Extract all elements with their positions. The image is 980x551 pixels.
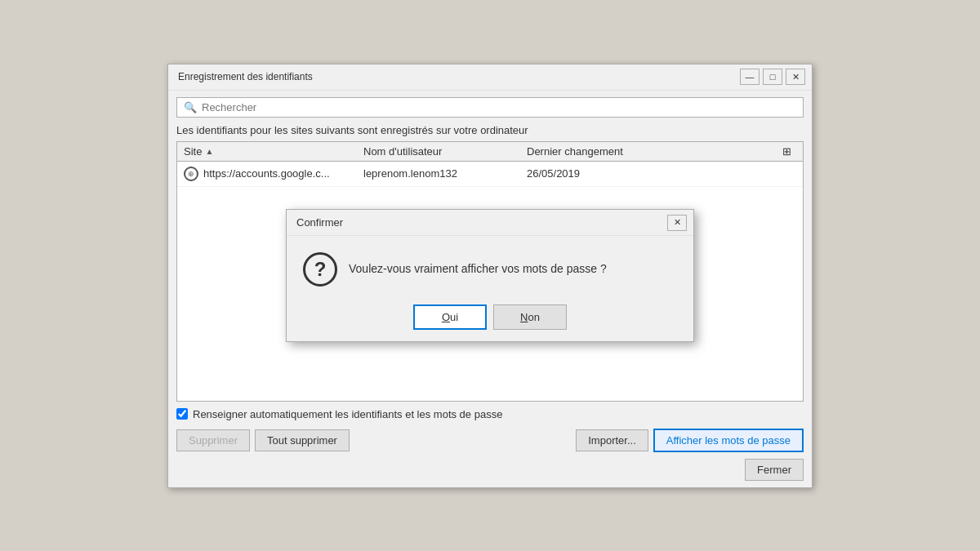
modal-close-button[interactable]: ✕: [667, 215, 687, 231]
col-export-icon: ⊞: [777, 145, 796, 158]
close-row: Fermer: [176, 459, 804, 481]
oui-button[interactable]: OOuiui: [413, 304, 487, 330]
modal-title-bar: Confirmer ✕: [287, 210, 693, 236]
autofill-label: Renseigner automatiquement les identifia…: [193, 408, 502, 420]
col-username-header: Nom d'utilisateur: [363, 145, 527, 158]
tout-supprimer-button[interactable]: Tout supprimer: [255, 429, 350, 451]
sort-arrow-icon: ▲: [205, 147, 213, 156]
cell-date: 26/05/2019: [527, 167, 796, 180]
modal-message: Voulez-vous vraiment afficher vos mots d…: [349, 261, 607, 278]
confirm-dialog: Confirmer ✕ ? Voulez-vous vraiment affic…: [286, 209, 694, 342]
modal-buttons: OOuiui Non: [303, 304, 677, 330]
action-buttons-row: Supprimer Tout supprimer Importer... Aff…: [176, 429, 804, 452]
search-bar: 🔍: [176, 97, 804, 118]
afficher-mots-de-passe-button[interactable]: Afficher les mots de passe: [653, 429, 804, 452]
non-button[interactable]: Non: [493, 304, 567, 330]
oui-underline-char: O: [442, 311, 450, 323]
autofill-checkbox[interactable]: [176, 408, 188, 420]
modal-title: Confirmer: [296, 216, 343, 229]
search-input[interactable]: [202, 101, 796, 113]
title-bar: Enregistrement des identifiants — □ ✕: [168, 64, 812, 91]
footer-area: Renseigner automatiquement les identifia…: [168, 402, 812, 487]
col-site-header: Site ▲: [184, 145, 363, 158]
minimize-button[interactable]: —: [740, 69, 760, 85]
table-row[interactable]: ⊕ https://accounts.google.c... leprenom.…: [177, 162, 803, 187]
table-header: Site ▲ Nom d'utilisateur Dernier changem…: [177, 142, 803, 162]
cell-username: leprenom.lenom132: [363, 167, 527, 180]
window-title: Enregistrement des identifiants: [178, 71, 313, 82]
title-bar-controls: — □ ✕: [740, 69, 805, 85]
supprimer-button[interactable]: Supprimer: [176, 429, 250, 451]
description-text: Les identifiants pour les sites suivants…: [168, 121, 812, 141]
importer-button[interactable]: Importer...: [576, 429, 648, 451]
search-icon: 🔍: [184, 101, 197, 113]
fermer-button[interactable]: Fermer: [745, 459, 804, 481]
globe-icon: ⊕: [184, 167, 198, 181]
modal-content-row: ? Voulez-vous vraiment afficher vos mots…: [303, 252, 677, 287]
autofill-row: Renseigner automatiquement les identifia…: [176, 408, 804, 420]
window-close-button[interactable]: ✕: [786, 69, 805, 85]
col-date-header: Dernier changement: [527, 145, 777, 158]
cell-site: ⊕ https://accounts.google.c...: [184, 167, 363, 181]
maximize-button[interactable]: □: [763, 69, 782, 85]
modal-body: ? Voulez-vous vraiment afficher vos mots…: [287, 236, 693, 341]
question-icon: ?: [303, 252, 337, 287]
